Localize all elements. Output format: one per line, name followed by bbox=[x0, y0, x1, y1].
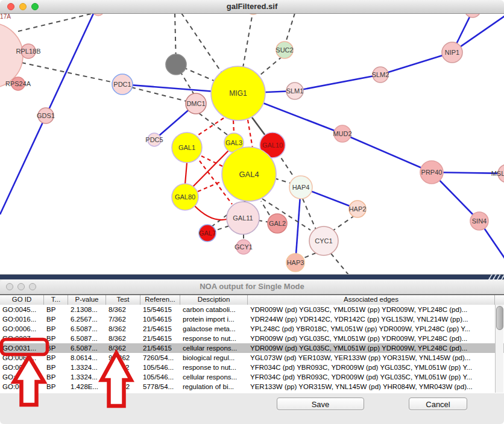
table-cell: BP bbox=[44, 372, 68, 382]
graph-window-titlebar[interactable]: galFiltered.sif bbox=[0, 0, 504, 14]
minimize-button-icon[interactable] bbox=[19, 3, 27, 10]
table-cell: 21/54615 bbox=[140, 343, 180, 353]
table-row[interactable]: GO:0031...BP1.3324...11/362105/546...res… bbox=[0, 363, 504, 372]
graph-edge-gray_dash[interactable] bbox=[286, 14, 295, 42]
vertical-scrollbar[interactable] bbox=[495, 305, 503, 393]
table-cell: 8/362 bbox=[106, 343, 140, 353]
zoom-button-icon[interactable] bbox=[31, 3, 39, 10]
table-cell: regulation of bi... bbox=[180, 382, 248, 391]
table-cell: BP bbox=[44, 314, 68, 324]
table-row[interactable]: GO:0065...BP8.0614...94/3627260/54...bio… bbox=[0, 353, 504, 363]
graph-node-label-hap3: HAP3 bbox=[287, 259, 304, 266]
close-button-icon[interactable] bbox=[7, 3, 14, 10]
table-header: GO IDT...P-valueTestReferen...Desciption… bbox=[0, 295, 504, 305]
graph-edge-gray_dash[interactable] bbox=[303, 199, 316, 229]
table-cell: YDR009W (pd) YGL035C, YML051W (pp) YDR00… bbox=[248, 334, 495, 343]
column-header-pvalue[interactable]: P-value bbox=[68, 295, 106, 305]
scrollbar-thumb[interactable] bbox=[496, 306, 503, 330]
column-header-referen[interactable]: Referen... bbox=[140, 295, 180, 305]
table-cell: GO:0031... bbox=[0, 343, 44, 353]
graph-node-unlabeled[interactable] bbox=[247, 14, 260, 14]
table-cell: BP bbox=[44, 353, 68, 363]
graph-edge-gray_dash[interactable] bbox=[22, 63, 122, 84]
table-row[interactable]: GO:0007...BP6.5087...8/36221/54615respon… bbox=[0, 334, 504, 343]
column-header-test[interactable]: Test bbox=[106, 295, 140, 305]
table-cell: carbon cataboli... bbox=[180, 305, 248, 314]
table-cell: 94/362 bbox=[106, 353, 140, 363]
graph-window-bottom-frame bbox=[0, 275, 504, 279]
graph-edge-blue[interactable] bbox=[295, 75, 380, 91]
table-cell: BP bbox=[44, 305, 68, 314]
graph-edge-gray_dash[interactable] bbox=[333, 216, 354, 231]
graph-node-label-mig1: MIG1 bbox=[229, 89, 247, 98]
graph-edge-gray_dash[interactable] bbox=[331, 254, 348, 274]
table-cell: response to nut... bbox=[180, 363, 248, 372]
table-cell: 6.2567... bbox=[68, 314, 106, 324]
minimize-button-icon[interactable] bbox=[17, 283, 25, 290]
table-cell: 1.428E... bbox=[68, 382, 106, 391]
graph-edge-red_dash[interactable] bbox=[233, 120, 234, 133]
graph-edge-blue[interactable] bbox=[342, 134, 432, 172]
graph-edge-gray_dash[interactable] bbox=[303, 253, 316, 258]
graph-edge-red_dash[interactable] bbox=[201, 156, 224, 167]
noa-window-titlebar[interactable]: NOA output for Single Mode bbox=[0, 279, 504, 295]
table-cell: GO:0016... bbox=[0, 314, 44, 324]
graph-node-unlabeled[interactable] bbox=[166, 54, 186, 75]
graph-node-label-hap4: HAP4 bbox=[292, 184, 310, 191]
column-header-t[interactable]: T... bbox=[44, 295, 68, 305]
table-row[interactable]: GO:0031...BP1.3324...11/362105/546...cel… bbox=[0, 372, 504, 382]
graph-node-label-slm2: SLM2 bbox=[372, 71, 389, 78]
table-cell: biological regul... bbox=[180, 353, 248, 363]
column-header-goid[interactable]: GO ID bbox=[0, 295, 44, 305]
table-cell: 1.3324... bbox=[68, 363, 106, 372]
graph-window-title: galFiltered.sif bbox=[227, 2, 278, 11]
graph-edge-red[interactable] bbox=[194, 205, 229, 220]
close-button-icon[interactable] bbox=[6, 283, 13, 290]
table-row[interactable]: GO:0050...BP1.428E...80/3625778/54...reg… bbox=[0, 382, 504, 391]
table-cell: 6.5087... bbox=[68, 324, 106, 334]
graph-edge-blue[interactable] bbox=[380, 52, 452, 75]
save-button[interactable]: Save bbox=[277, 398, 364, 410]
column-header-associatededges[interactable]: Associated edges bbox=[248, 295, 495, 305]
graph-node-label-slm1: SLM1 bbox=[286, 87, 304, 95]
noa-window-title: NOA output for Single Mode bbox=[200, 282, 304, 291]
graph-edge-gray_dash[interactable] bbox=[181, 14, 223, 75]
graph-node-label-suc2: SUC2 bbox=[276, 46, 293, 54]
zoom-button-icon[interactable] bbox=[29, 283, 36, 290]
table-cell: 80/362 bbox=[106, 382, 140, 391]
table-cell: 105/546... bbox=[140, 372, 180, 382]
graph-node-unlabeled[interactable] bbox=[465, 14, 480, 17]
column-header-desciption[interactable]: Desciption bbox=[180, 295, 248, 305]
table-row[interactable]: GO:0016...BP6.2567...7/36210/54615protei… bbox=[0, 314, 504, 324]
table-cell: GO:0031... bbox=[0, 363, 44, 372]
table-row[interactable]: GO:0045...BP2.1308...8/36215/54615carbon… bbox=[0, 305, 504, 314]
table-cell: 2.1308... bbox=[68, 305, 106, 314]
noa-output-window: NOA output for Single Mode GO IDT...P-va… bbox=[0, 279, 504, 424]
graph-edge-red[interactable] bbox=[185, 163, 187, 184]
table-cell: BP bbox=[44, 343, 68, 353]
table-row[interactable]: GO:0006...BP6.5087...8/36221/54615galact… bbox=[0, 324, 504, 334]
graph-edge-red_dash[interactable] bbox=[248, 120, 253, 148]
graph-node-label-hap2: HAP2 bbox=[349, 205, 367, 213]
network-graph-svg: 17ARPL18BRPS24AGDS1PDC1DMC1MIG1SUC2SLM1S… bbox=[0, 14, 504, 274]
graph-edge-gray_dash[interactable] bbox=[260, 57, 282, 75]
table-cell: cellular respons... bbox=[180, 372, 248, 382]
graph-edge-gray_dash[interactable] bbox=[243, 14, 253, 67]
graph-node-label-sin4: SIN4 bbox=[472, 217, 487, 225]
graph-edge-red_dash[interactable] bbox=[197, 118, 224, 136]
table-cell: GO:0007... bbox=[0, 334, 44, 343]
table-cell: 1.3324... bbox=[68, 372, 106, 382]
table-row-selected[interactable]: GO:0031...BP6.5087...8/36221/54615cellul… bbox=[0, 343, 504, 353]
graph-node-label-gal3: GAL3 bbox=[225, 139, 242, 146]
network-canvas[interactable]: 17ARPL18BRPS24AGDS1PDC1DMC1MIG1SUC2SLM1S… bbox=[0, 14, 504, 275]
cancel-button[interactable]: Cancel bbox=[409, 398, 467, 410]
graph-edge-gray_dash[interactable] bbox=[261, 201, 269, 215]
graph-edge-red_dash[interactable] bbox=[198, 181, 222, 192]
resize-grip-icon[interactable] bbox=[488, 275, 504, 279]
graph-node-unlabeled[interactable] bbox=[93, 14, 104, 16]
table-cell: GO:0050... bbox=[0, 382, 44, 391]
graph-node-label-pdc1: PDC1 bbox=[113, 81, 131, 88]
graph-node-label-pdc5: PDC5 bbox=[145, 136, 163, 143]
table-cell: GO:0065... bbox=[0, 353, 44, 363]
graph-edge-gray_dash[interactable] bbox=[215, 226, 229, 231]
